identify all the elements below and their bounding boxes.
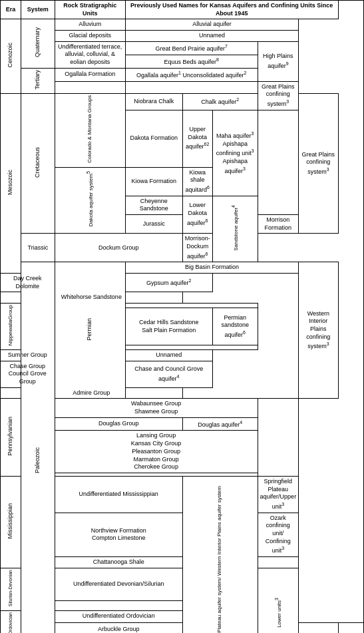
aquifer-ogallala: Ogallala aquifer1 Unconsolidated aquifer… — [125, 68, 258, 81]
rock-chattanooga: Chattanooga Shale — [55, 557, 182, 568]
header-era: Era — [1, 1, 21, 19]
rock-undiff-ordovician: Undifferentiated Ordovician — [55, 610, 182, 622]
rock-chase-council: Chase GroupCouncil Grove Group — [1, 361, 55, 387]
system-mississippian: Mississippian — [1, 476, 21, 568]
rock-kiowa: Kiowa Formation — [125, 167, 182, 196]
aquifer-gypsum: Gypsum aquifer2 — [125, 274, 212, 292]
maha-apishapa: Maha aquifer3 Apishapa confining unit3 A… — [212, 110, 258, 196]
aquifer-great-bend: Great Bend Prairie aquifer7 — [125, 41, 258, 55]
header-system: System — [21, 1, 55, 19]
western-interior-1: Western Interior Plains confining system… — [299, 262, 338, 399]
rock-northview-compton: Northview FormationCompton Limestone — [55, 513, 182, 556]
aquifer-permian-sandstone: Permian sandstone aquifer6 — [212, 308, 258, 345]
system-triassic: Triassic — [21, 234, 55, 262]
laramie-groups-label: Dakota aquifer system5 — [55, 167, 125, 234]
rock-wabaunsee-shawnee: Wabaunsee GroupShawnee Group — [55, 399, 258, 417]
rock-empty-np2 — [125, 345, 258, 350]
empty-tertiary — [125, 81, 258, 94]
sandstone-aquifer: Sandstone aquifer4 — [212, 196, 258, 262]
rock-morrison: Morrison Formation — [258, 214, 299, 233]
header-prev-names: Previously Used Names for Kansas Aquifer… — [125, 1, 338, 19]
rock-undiff-miss: Undifferentiated Mississippian — [55, 476, 182, 513]
aquifer-unnamed-sumner: Unnamed — [125, 349, 212, 361]
rock-cedar-hills: Cedar Hills SandstoneSalt Plain Formatio… — [125, 308, 212, 345]
rock-glacial: Glacial deposits — [55, 31, 125, 42]
rock-dakota: Dakota Formation — [125, 110, 182, 167]
aquifer-kiowa-shale: Kiowa shale aquitard6 — [182, 167, 212, 196]
system-quaternary: Quaternary — [21, 19, 55, 68]
system-tertiary: Tertiary — [21, 68, 55, 93]
empty-miss — [258, 557, 299, 568]
aquifer-great-plains-confining: Great Plains confining system3 — [258, 81, 299, 110]
cretaceous-groups-label: Colorado & Montana Groups — [55, 94, 125, 168]
rock-alluvium: Alluvium — [55, 19, 125, 31]
aquifer-upper-dakota: Upper Dakota aquifer62 — [182, 110, 212, 167]
aquifer-lower-dakota: Lower Dakota aquifer6 — [182, 196, 212, 234]
rock-empty-tertiary — [55, 81, 125, 94]
aquifer-chalk: Chalk aquifer2 — [182, 94, 258, 110]
aquifer-chase-council: Chase and Council Grove aquifer4 — [125, 361, 212, 387]
aquifer-equus-beds: Equus Beds aquifer8 — [125, 55, 258, 68]
era-mesozoic: Mesozoic — [1, 94, 21, 274]
aquifer-douglas: Douglas aquifer4 — [182, 417, 258, 431]
aquifer-morrison-dockum: Morrison-Dockum aquifer6 — [182, 234, 212, 262]
rock-lansing-group: Lansing GroupKansas City GroupPleasanton… — [55, 431, 258, 473]
rock-terrace: Undifferentiated terrace, alluvial, coll… — [55, 41, 125, 68]
rock-empty-sil — [55, 600, 182, 610]
great-plains-confining-cont: Great Plains confining system3 — [299, 94, 338, 234]
rock-whitehorse: Whitehorse Sandstone — [1, 292, 183, 304]
system-cambrian-ordovician: Cambrian-Ordovician — [1, 610, 21, 633]
aquifer-arbuckle: Arbuckle5Roubidoux5 — [299, 622, 338, 633]
main-table: Era System Rock Stratigraphic Units Prev… — [0, 0, 364, 633]
system-jurassic: Jurassic — [125, 214, 182, 233]
system-cretaceous: Cretaceous — [21, 94, 55, 234]
rock-undiff-devonian: Undifferentiated Devonian/Silurian — [55, 568, 182, 600]
system-pennsylvanian: Pennsylvanian — [1, 399, 21, 477]
aquifer-ozark: Ozark aquifer3 — [338, 622, 363, 633]
rock-big-basin: Big Basin Formation — [125, 262, 298, 274]
aquifer-ozark-confining: Ozark confining unit/Confining unit3 — [258, 513, 299, 556]
rock-day-creek: Day Creek Dolomite — [1, 274, 55, 292]
system-permian: Permian — [55, 262, 125, 399]
rock-arbuckle-group: Arbuckle GroupEminence DolomiteBonneterr… — [55, 622, 182, 633]
header-rock-strat: Rock Stratigraphic Units — [55, 1, 125, 19]
aquifer-high-plains: High Plains aquifer9 — [258, 41, 299, 81]
rock-douglas: Douglas Group — [55, 417, 182, 431]
ozark-plateau-system: Ozark Plateau aquifer system/ Western In… — [182, 476, 258, 633]
nippewalla-group: NippewallaGroup — [1, 304, 21, 350]
lower-units: Lower units3 — [258, 568, 299, 633]
rock-cheyenne: Cheyenne Sandstone — [125, 196, 182, 214]
rock-ogallala: Ogallala Formation — [55, 68, 125, 81]
rock-admire: Admire Group — [1, 387, 183, 399]
rock-dockum: Dockum Group — [55, 234, 182, 262]
rock-niobrara: Niobrara Chalk — [125, 94, 182, 110]
system-silurian-devonian: Silurian-Devonian — [1, 568, 21, 610]
rock-sumner: Sumner Group — [1, 349, 55, 361]
aquifer-unnamed-glacial: Unnamed — [125, 31, 298, 42]
western-interior-penn — [258, 399, 299, 477]
era-paleozoic: Paleozoic — [21, 262, 55, 633]
aquifer-alluvial: Alluvial aquifer — [125, 19, 298, 31]
aquifer-springfield-plateau: Springfield Plateau aquifer/Upper unit3 — [258, 476, 299, 513]
era-cenozoic: Cenozoic — [1, 19, 21, 94]
